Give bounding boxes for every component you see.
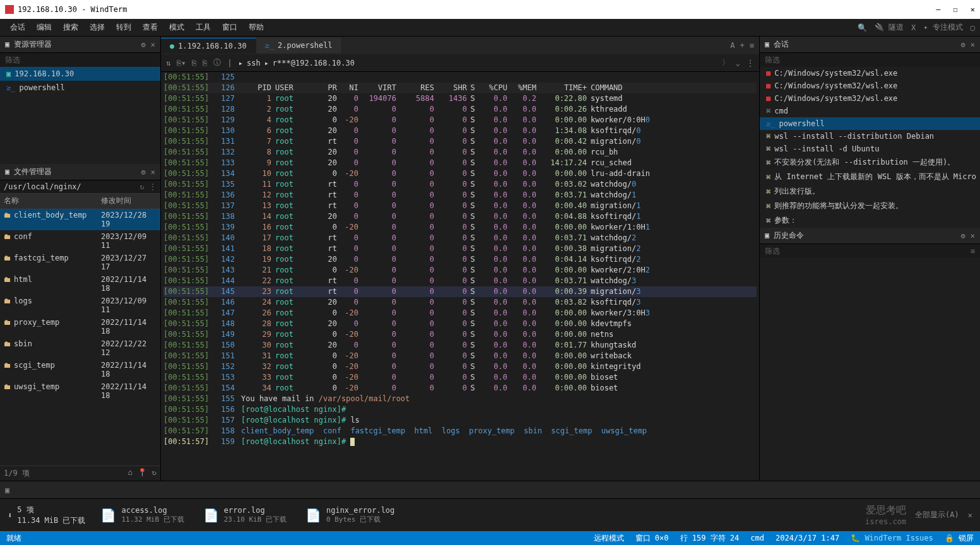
menu-会话[interactable]: 会话 [5, 20, 30, 35]
close-icon[interactable]: × [971, 40, 975, 49]
file-row[interactable]: 🖿scgi_temp2022/11/14 18 [0, 359, 160, 380]
session-item[interactable]: ⌘ 从 Internet 上下载最新的 WSL 版本，而不是从 Micro [760, 170, 980, 184]
menu-编辑[interactable]: 编辑 [32, 20, 57, 35]
download-total: ⬇ 5 项11.34 MiB 已下载 [8, 505, 85, 526]
path-input[interactable]: /usr/local/nginx/ ↻ ⋮ [0, 180, 160, 194]
downloads-bar: ⬇ 5 项11.34 MiB 已下载 📄access.log11.32 MiB … [0, 498, 980, 531]
file-row[interactable]: 🖿fastcgi_temp2023/12/27 17 [0, 252, 160, 273]
terminal-output[interactable]: [00:51:55]125[00:51:55]126PIDUSERPRNIVIR… [161, 72, 759, 481]
titlebar: 192.168.10.30 - WindTerm — ☐ ✕ [0, 0, 980, 19]
session-item[interactable]: ⌘ wsl --install -d Ubuntu [760, 143, 980, 155]
tunnel-button[interactable]: 🔌 隧道 [875, 22, 904, 33]
nav-forward-icon[interactable]: 〉 [722, 57, 729, 68]
font-icon[interactable]: A [730, 41, 735, 50]
clip-icon[interactable]: ⎘ [203, 59, 207, 67]
focus-mode-button[interactable]: ✦ 专注模式 [923, 22, 962, 33]
close-button[interactable]: ✕ [971, 5, 975, 14]
menu-选择[interactable]: 选择 [85, 20, 110, 35]
session-item[interactable]: ■ C:/Windows/system32/wsl.exe [760, 79, 980, 92]
transfer-bar: ▣ [0, 481, 980, 498]
history-header: ▣ 历史命令 ⚙× [760, 228, 980, 244]
refresh-icon[interactable]: ↻ [152, 468, 156, 479]
session-item[interactable]: ■ C:/Windows/system32/wsl.exe [760, 67, 980, 79]
gear-icon[interactable]: ⚙ [141, 40, 146, 49]
close-icon[interactable]: × [151, 168, 155, 177]
layout-icon[interactable]: ▢ [971, 23, 975, 32]
session-item[interactable]: ⌘ wsl --install --distribution Debian [760, 130, 980, 143]
menu-搜索[interactable]: 搜索 [58, 20, 83, 35]
session-item[interactable]: ⌘ 则推荐的功能将与默认分发一起安装。 [760, 199, 980, 213]
chevron-down-icon[interactable]: ⌄ [736, 59, 740, 67]
resource-item[interactable]: ≥_ powershell [0, 81, 160, 95]
show-all-button[interactable]: 全部显示(A) [915, 510, 959, 520]
menu-模式[interactable]: 模式 [164, 20, 189, 35]
home-icon[interactable]: ⌂ [128, 468, 133, 479]
file-row[interactable]: 🖿html2022/11/14 18 [0, 273, 160, 295]
minimize-button[interactable]: — [936, 5, 940, 14]
info-icon[interactable]: ⓘ [213, 57, 221, 68]
maximize-button[interactable]: ☐ [953, 5, 958, 14]
lock-button[interactable]: 🔒 锁屏 [945, 533, 974, 544]
menubar: 会话编辑搜索选择转到查看模式工具窗口帮助 🔍 🔌 隧道 X ✦ 专注模式 ▢ [0, 19, 980, 37]
close-icon[interactable]: × [151, 40, 155, 49]
close-icon[interactable]: × [968, 511, 972, 520]
session-item[interactable]: ⌘ 列出发行版。 [760, 184, 980, 199]
transfer-icon[interactable]: ▣ [5, 486, 9, 495]
add-tab-icon[interactable]: + [740, 41, 745, 50]
file-row[interactable]: 🖿conf2023/12/09 11 [0, 230, 160, 252]
session-item[interactable]: ■ C:/Windows/system32/wsl.exe [760, 92, 980, 105]
terminal-toolbar: ⇅ ⎘▾ ⎘ ⎘ ⓘ | ▸ssh▸r***@192.168.10.30 〉 ⌄… [161, 54, 759, 72]
file-row[interactable]: 🖿uwsgi_temp2022/11/14 18 [0, 380, 160, 402]
statusbar: 就绪 远程模式 窗口 0×0 行 159 字符 24 cmd 2024/3/17… [0, 531, 980, 545]
file-row[interactable]: 🖿logs2023/12/09 11 [0, 295, 160, 316]
menu-icon[interactable]: ≡ [750, 41, 754, 50]
file-manager-header: ▣ 文件管理器 ⚙× [0, 164, 160, 180]
tab[interactable]: ≥_ 2.powershell [256, 38, 342, 53]
menu-窗口[interactable]: 窗口 [217, 20, 242, 35]
file-count: 1/9 项 [4, 468, 30, 479]
resource-manager-header: ▣ 资源管理器 ⚙× [0, 37, 160, 53]
file-row[interactable]: 🖿proxy_temp2022/11/14 18 [0, 316, 160, 337]
gear-icon[interactable]: ⚙ [961, 231, 965, 240]
paste-icon[interactable]: ⎘ [192, 59, 196, 67]
session-item[interactable]: ≥_ powershell [760, 117, 980, 130]
session-item[interactable]: ⌘ 不安装分发(无法和 --distribution 一起使用)。 [760, 155, 980, 170]
download-item[interactable]: 📄nginx_error.log0 Bytes 已下载 [299, 503, 401, 527]
app-icon [5, 5, 14, 14]
file-row[interactable]: 🖿sbin2022/12/22 12 [0, 337, 160, 359]
session-header: ▣ 会话 ⚙× [760, 37, 980, 53]
pin-icon[interactable]: 📍 [138, 468, 147, 479]
more-icon[interactable]: ⋮ [747, 59, 754, 67]
resource-item[interactable]: ▣ 192.168.10.30 [0, 67, 160, 81]
menu-查看[interactable]: 查看 [138, 20, 163, 35]
sync-icon[interactable]: ⇅ [166, 59, 170, 67]
session-item[interactable]: ⌘ cmd [760, 105, 980, 117]
download-icon: ⬇ [8, 511, 12, 520]
resource-filter[interactable]: 筛选 [5, 55, 20, 66]
x-button[interactable]: X [911, 23, 916, 32]
menu-转到[interactable]: 转到 [111, 20, 136, 35]
gear-icon[interactable]: ⚙ [141, 168, 146, 177]
gear-icon[interactable]: ⚙ [961, 40, 965, 49]
download-item[interactable]: 📄error.log23.10 KiB 已下载 [197, 503, 293, 527]
tab[interactable]: ● 1.192.168.10.30 [161, 38, 256, 54]
history-filter[interactable]: 筛选 [765, 246, 780, 257]
issues-link[interactable]: 🐛 WindTerm Issues [851, 534, 933, 542]
copy-icon[interactable]: ⎘▾ [177, 59, 186, 67]
close-icon[interactable]: × [971, 231, 975, 240]
menu-帮助[interactable]: 帮助 [244, 20, 269, 35]
file-row[interactable]: 🖿client_body_temp2023/12/28 19 [0, 209, 160, 230]
tab-bar: ● 1.192.168.10.30≥_ 2.powershellA+≡ [161, 37, 759, 54]
status-ready: 就绪 [6, 533, 21, 544]
window-title: 192.168.10.30 - WindTerm [18, 5, 127, 14]
session-item[interactable]: ⌘ 参数： [760, 213, 980, 228]
menu-工具[interactable]: 工具 [191, 20, 216, 35]
session-filter[interactable]: 筛选 [765, 55, 780, 66]
search-icon[interactable]: 🔍 [858, 23, 867, 32]
download-item[interactable]: 📄access.log11.32 MiB 已下载 [94, 503, 190, 527]
